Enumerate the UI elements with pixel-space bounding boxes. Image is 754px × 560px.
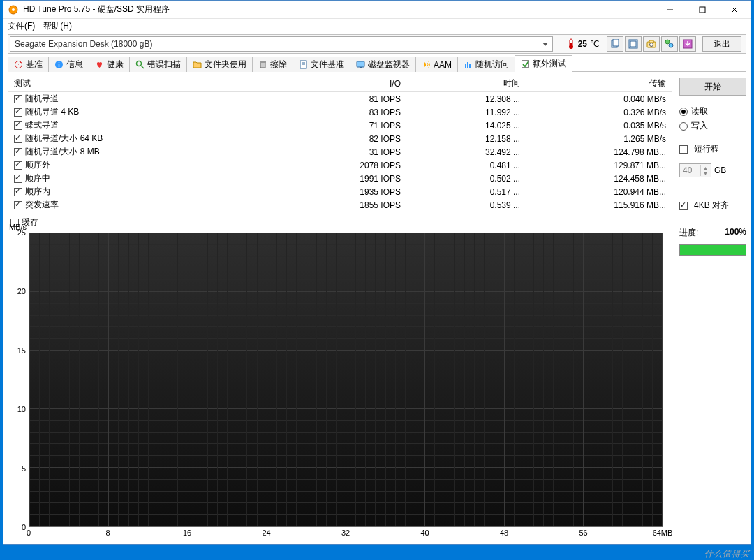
svg-point-15 — [650, 43, 653, 47]
svg-text:i: i — [58, 61, 60, 68]
table-row[interactable]: 蝶式寻道71 IOPS14.025 ...0.035 MB/s — [8, 119, 672, 132]
table-row[interactable]: 突发速率1855 IOPS0.539 ...115.916 MB... — [8, 198, 672, 212]
short-stroke-label: 短行程 — [694, 143, 719, 155]
menu-bar: 文件(F) 帮助(H) — [3, 19, 751, 33]
row-checkbox[interactable] — [14, 201, 22, 209]
y-axis: 0510152025 — [9, 233, 27, 527]
close-button[interactable] — [718, 1, 751, 19]
chart: MB/s 0510152025 0816243240485664MB — [29, 233, 663, 527]
table-row[interactable]: 随机寻道/大小 64 KB82 IOPS12.158 ...1.265 MB/s — [8, 132, 672, 145]
side-panel: 开始 读取 写入 短行程 40 ▲▼ GB 4KB 对齐 进度: 100% — [679, 75, 746, 540]
tab-health[interactable]: 健康 — [89, 57, 130, 72]
table-row[interactable]: 随机寻道 4 KB83 IOPS11.992 ...0.326 MB/s — [8, 105, 672, 119]
svg-point-17 — [669, 43, 673, 47]
svg-point-1 — [12, 8, 15, 11]
row-checkbox[interactable] — [14, 135, 22, 143]
copy-screenshot-button[interactable] — [625, 36, 642, 52]
exit-button[interactable]: 退出 — [702, 36, 741, 52]
svg-rect-30 — [357, 61, 364, 67]
tab-disk-monitor[interactable]: 磁盘监视器 — [350, 57, 416, 72]
gb-label: GB — [714, 165, 726, 175]
drive-select[interactable]: Seagate Expansion Desk (18000 gB) — [10, 36, 553, 52]
app-icon — [8, 4, 19, 15]
watermark: 什么值得买 — [704, 548, 750, 560]
table-row[interactable]: 顺序内1935 IOPS0.517 ...120.944 MB... — [8, 185, 672, 198]
maximize-button[interactable] — [686, 1, 718, 19]
svg-line-24 — [141, 66, 144, 68]
chart-plot — [29, 233, 663, 527]
menu-file[interactable]: 文件(F) — [8, 20, 35, 32]
start-button[interactable]: 开始 — [679, 78, 746, 96]
align-4kb-label: 4KB 对齐 — [694, 200, 729, 212]
short-stroke-checkbox[interactable] — [679, 145, 688, 154]
svg-rect-10 — [613, 39, 619, 46]
read-label: 读取 — [691, 105, 708, 117]
tab-file-bench[interactable]: 文件基准 — [293, 57, 350, 72]
temperature-unit: ℃ — [590, 39, 599, 49]
tab-benchmark[interactable]: 基准 — [8, 57, 49, 72]
tabs: 基准 i信息 健康 错误扫描 文件夹使用 擦除 文件基准 磁盘监视器 AAM 随… — [8, 55, 746, 72]
write-radio[interactable] — [679, 122, 688, 131]
table-row[interactable]: 顺序中1991 IOPS0.502 ...124.458 MB... — [8, 172, 672, 185]
svg-rect-14 — [649, 40, 653, 43]
progress-value: 100% — [725, 227, 746, 239]
thermometer-icon — [567, 38, 575, 50]
svg-rect-32 — [465, 64, 466, 68]
toolbar: Seagate Expansion Desk (18000 gB) 25℃ 退出 — [8, 34, 746, 54]
content: 测试 I/O 时间 传输 随机寻道81 IOPS12.308 ...0.040 … — [8, 75, 746, 540]
svg-rect-34 — [469, 64, 471, 68]
tab-folder-usage[interactable]: 文件夹使用 — [186, 57, 253, 72]
svg-rect-8 — [570, 43, 572, 47]
svg-rect-25 — [260, 62, 265, 68]
save-screenshot-button[interactable] — [643, 36, 660, 52]
row-checkbox[interactable] — [14, 148, 22, 156]
short-stroke-value: 40 — [683, 165, 692, 175]
menu-help[interactable]: 帮助(H) — [43, 20, 72, 32]
app-window: HD Tune Pro 5.75 - 硬盘/SSD 实用程序 文件(F) 帮助(… — [3, 0, 751, 545]
short-stroke-spinner[interactable]: 40 ▲▼ — [679, 163, 711, 177]
row-checkbox[interactable] — [14, 121, 22, 130]
window-title: HD Tune Pro 5.75 - 硬盘/SSD 实用程序 — [23, 3, 654, 15]
tab-erase[interactable]: 擦除 — [252, 57, 293, 72]
read-radio[interactable] — [679, 108, 688, 116]
write-label: 写入 — [691, 120, 708, 132]
progress-bar — [679, 244, 746, 256]
progress-label: 进度: — [679, 227, 698, 239]
tests-table: 测试 I/O 时间 传输 随机寻道81 IOPS12.308 ...0.040 … — [8, 75, 672, 212]
options-button[interactable] — [661, 36, 678, 52]
cache-row: 缓存 — [8, 212, 672, 233]
copy-info-button[interactable] — [607, 36, 623, 52]
save-button[interactable] — [679, 36, 696, 52]
row-checkbox[interactable] — [14, 95, 22, 103]
svg-rect-26 — [260, 61, 266, 63]
tab-extra-tests[interactable]: 额外测试 — [515, 55, 572, 72]
align-4kb-checkbox[interactable] — [679, 202, 688, 210]
table-row[interactable]: 随机寻道/大小 8 MB31 IOPS32.492 ...124.798 MB.… — [8, 145, 672, 159]
col-time[interactable]: 时间 — [406, 75, 526, 92]
row-checkbox[interactable] — [14, 161, 22, 170]
row-checkbox[interactable] — [14, 108, 22, 117]
svg-rect-12 — [630, 41, 636, 47]
svg-point-23 — [137, 61, 142, 66]
svg-rect-33 — [467, 62, 468, 68]
x-axis: 0816243240485664MB — [29, 529, 663, 538]
svg-point-16 — [665, 40, 670, 44]
tab-info[interactable]: i信息 — [48, 57, 89, 72]
tab-aam[interactable]: AAM — [415, 57, 458, 72]
table-row[interactable]: 顺序外2078 IOPS0.481 ...129.871 MB... — [8, 159, 672, 172]
drive-select-text: Seagate Expansion Desk (18000 gB) — [15, 39, 152, 49]
main-column: 测试 I/O 时间 传输 随机寻道81 IOPS12.308 ...0.040 … — [8, 75, 672, 540]
svg-line-20 — [19, 62, 22, 65]
row-checkbox[interactable] — [14, 175, 22, 183]
col-transfer[interactable]: 传输 — [526, 75, 672, 92]
col-test[interactable]: 测试 — [8, 75, 287, 92]
tab-random-access[interactable]: 随机访问 — [457, 57, 515, 72]
table-row[interactable]: 随机寻道81 IOPS12.308 ...0.040 MB/s — [8, 92, 672, 106]
minimize-button[interactable] — [654, 1, 686, 19]
svg-rect-31 — [360, 67, 362, 68]
title-bar: HD Tune Pro 5.75 - 硬盘/SSD 实用程序 — [3, 1, 751, 19]
tab-error-scan[interactable]: 错误扫描 — [129, 57, 187, 72]
row-checkbox[interactable] — [14, 188, 22, 196]
col-io[interactable]: I/O — [287, 75, 406, 92]
temperature-value: 25 — [578, 39, 587, 49]
